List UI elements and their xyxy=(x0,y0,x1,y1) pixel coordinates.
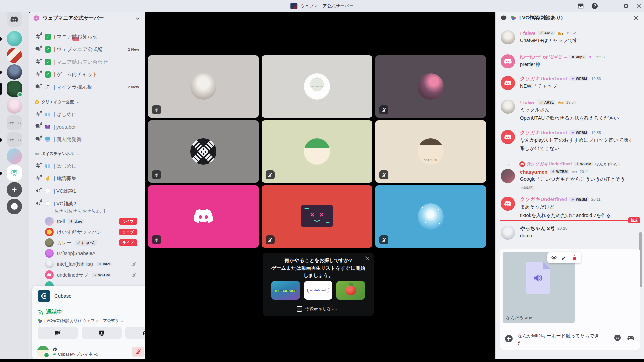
activity-button[interactable] xyxy=(125,327,145,339)
server-header[interactable]: ウェブマニア公式サーバー xyxy=(29,12,145,25)
voice-user-undefined-sub[interactable]: undefinedサブ WEBM xyxy=(42,270,142,280)
spoiler-icon[interactable] xyxy=(551,255,557,261)
message-input[interactable]: なんかMIDIキーボード触ってたらできた xyxy=(518,332,602,347)
inbox-icon[interactable] xyxy=(577,2,584,10)
attach-button[interactable] xyxy=(504,334,513,343)
video-tile-3[interactable] xyxy=(375,55,486,118)
channel-voice-hajimeni[interactable]: | はじめに xyxy=(32,160,142,172)
close-button[interactable] xyxy=(635,3,642,9)
message-author[interactable]: ! falwe xyxy=(520,30,536,36)
live-badge: ライブ xyxy=(119,218,137,225)
attachment-filename: なんだろ.wav xyxy=(506,315,532,321)
channel-call-recruit[interactable]: | 通話募集 xyxy=(32,173,142,184)
server-icon-6[interactable] xyxy=(7,165,22,181)
category-voice[interactable]: ボイスチャンネル xyxy=(34,151,80,157)
channel-webmania-official[interactable]: | ウェブマニア公式鯖 1 New xyxy=(32,44,142,55)
video-tile-6[interactable]: つゆきぐお xyxy=(375,120,486,183)
server-icon-5[interactable] xyxy=(7,148,22,164)
avatar[interactable] xyxy=(501,169,515,183)
camera-button[interactable] xyxy=(38,327,78,339)
divider xyxy=(32,343,145,343)
message-author[interactable]: クソガキUnderfined xyxy=(520,76,567,82)
call-channel-row[interactable]: | VC作業(雑談あり) / ウェブマニア公式サ… xyxy=(38,318,138,324)
voice-user-tp-li[interactable]: tp-li d.py ライブ xyxy=(42,216,142,226)
help-icon[interactable]: ? xyxy=(591,2,598,10)
message-author[interactable]: ! falwe xyxy=(520,100,536,105)
server-icon-4[interactable] xyxy=(7,98,22,114)
edit-icon[interactable] xyxy=(561,255,567,261)
video-tile-7[interactable] xyxy=(148,185,259,248)
avatar[interactable] xyxy=(501,130,515,144)
mic-off-badge xyxy=(379,105,388,114)
reply-author[interactable]: @クソガキUnderfined xyxy=(527,161,572,167)
channel-vc-zatsudan1[interactable]: | VC雑談1 xyxy=(32,185,142,197)
channel-mania-contact[interactable]: | マニア鯖お問い合わせ xyxy=(32,56,142,68)
avatar[interactable] xyxy=(501,30,515,44)
voice-user-curry[interactable]: カレー にゃ~ん ライブ xyxy=(42,238,142,248)
video-tile-9[interactable] xyxy=(375,185,486,248)
video-tile-falwe[interactable] xyxy=(148,55,259,118)
message-author[interactable]: chasyumen xyxy=(520,169,548,175)
server-icon-2[interactable] xyxy=(7,48,22,63)
mic-mute-button[interactable] xyxy=(132,347,144,357)
discord-home-button[interactable] xyxy=(7,12,22,27)
voice-user-shabelea[interactable]: 07[!shp]ShabeleA xyxy=(42,248,142,258)
channel-label: | マニア鯖お知らせ xyxy=(54,34,139,40)
activity-battletabs[interactable]: BATTLETABS! xyxy=(271,281,300,300)
channel-label: | マニア鯖お問い合わせ xyxy=(54,59,139,65)
checkbox[interactable] xyxy=(297,306,302,312)
voice-user-intel-fan[interactable]: intel_fan(Nihilist) intel xyxy=(42,259,142,269)
server-icon-3[interactable] xyxy=(7,64,22,80)
reply-context[interactable]: @クソガキUnderfined WEBM なんかplayス… xyxy=(496,160,644,168)
delete-icon[interactable] xyxy=(571,255,577,261)
mic-off-badge xyxy=(152,235,161,244)
avatar[interactable] xyxy=(501,54,515,68)
gift-activity-button[interactable] xyxy=(627,334,635,342)
user-avatar[interactable] xyxy=(37,346,49,358)
channel-mania-announce[interactable]: | マニア鯖お知らせ xyxy=(32,31,142,42)
voice-connected-icon xyxy=(38,309,44,315)
avatar[interactable] xyxy=(501,197,515,211)
screenshare-button[interactable] xyxy=(82,327,122,339)
message-author[interactable]: クソガキUnderfined xyxy=(520,196,567,203)
server-folder-2[interactable]: のサーバ xyxy=(7,132,22,147)
new-messages-divider: 新規 xyxy=(500,220,639,221)
minimize-button[interactable] xyxy=(610,3,616,9)
server-folder-1[interactable]: のサーバ xyxy=(7,115,22,130)
channel-indie-dev[interactable]: | 個人開発勢 xyxy=(32,134,142,145)
explore-servers-button[interactable] xyxy=(7,199,22,214)
channel-minecraft-board[interactable]: | マイクラ掲示板 2 New xyxy=(32,81,142,93)
message-input-row[interactable]: なんかMIDIキーボード触ってたらできた xyxy=(500,328,640,350)
activity-whiteboard[interactable]: whiteboard xyxy=(304,281,332,300)
server-icon-active[interactable] xyxy=(7,81,22,97)
discord-logo-icon xyxy=(504,200,512,207)
dont-show-again-checkbox[interactable]: 今後表示しない。 xyxy=(263,306,374,312)
close-chat-icon[interactable] xyxy=(633,15,639,21)
video-tile-shabelea[interactable]: SHABELEA xyxy=(262,55,372,118)
message-author[interactable]: クソガキUnderfined xyxy=(520,130,567,136)
add-server-button[interactable] xyxy=(7,182,22,197)
voice-user-name: undefinedサブ xyxy=(57,272,88,278)
channel-ingame-chat[interactable]: | ゲーム内チャット xyxy=(32,69,142,80)
palette-icon xyxy=(38,319,42,323)
category-creator[interactable]: クリエイター交流 xyxy=(34,99,80,105)
channel-creator-hajimeni[interactable]: | はじめに xyxy=(32,109,142,120)
video-tile-8[interactable] xyxy=(262,185,372,248)
avatar[interactable] xyxy=(501,226,515,240)
webm-badge: WEBM xyxy=(569,130,589,135)
video-tile-yu[interactable] xyxy=(262,120,372,183)
avatar[interactable] xyxy=(501,76,515,90)
maximize-button[interactable] xyxy=(623,3,629,9)
avatar[interactable] xyxy=(501,100,515,114)
activity-berry-game[interactable] xyxy=(336,281,365,300)
message-author[interactable]: ゆーゆー' or '1'='1' -- xyxy=(520,54,567,60)
mic-off-icon xyxy=(131,272,136,278)
emoji-button[interactable] xyxy=(614,334,621,341)
channel-vc-zatsudan2[interactable]: | VC雑談2 xyxy=(32,198,142,209)
voice-user-keizu[interactable]: けいず@サツマハン ライブ xyxy=(42,227,142,237)
message-author[interactable]: やっちゃん 2号 xyxy=(520,225,555,232)
channel-youtuber[interactable]: | youtuber xyxy=(32,121,142,132)
server-icon-1[interactable] xyxy=(7,31,22,46)
video-tile-4[interactable] xyxy=(148,120,259,183)
timestamp: 19:54 xyxy=(566,100,576,104)
